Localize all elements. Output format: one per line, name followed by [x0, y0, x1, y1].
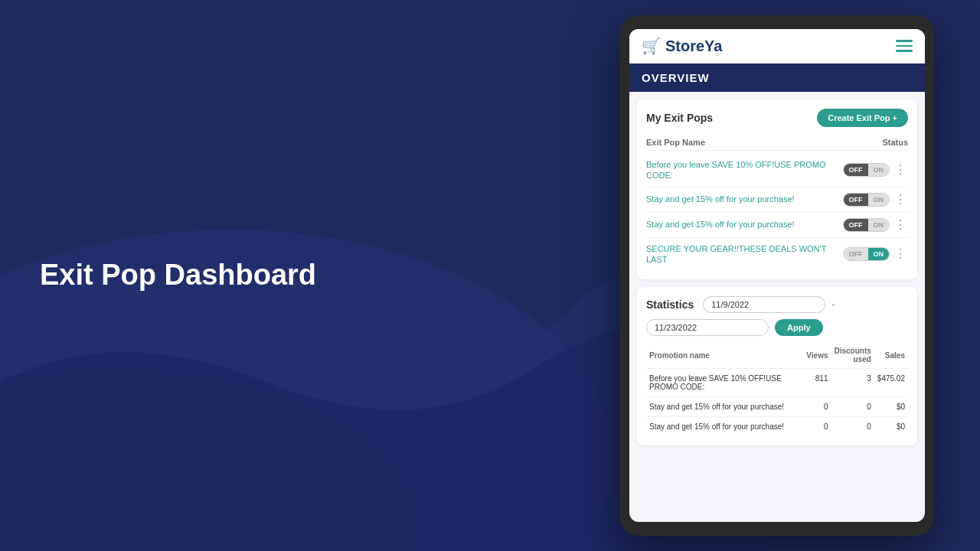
statistics-title: Statistics — [646, 298, 694, 311]
statistics-header: Statistics - Apply — [646, 296, 908, 336]
toggle-group: OFF ON ⋮ — [843, 193, 909, 207]
create-exit-pop-button[interactable]: Create Exit Pop + — [817, 109, 908, 127]
toggle-off-label: OFF — [844, 164, 868, 176]
app-screen: 🛒 StoreYa OVERVIEW My Exit Pops Create E… — [629, 29, 925, 522]
status-toggle[interactable]: OFF ON — [843, 247, 890, 261]
toggle-on-label: ON — [868, 219, 890, 231]
toggle-group: OFF ON ⋮ — [843, 247, 909, 261]
stat-views: 0 — [803, 397, 831, 417]
page-title: Exit Pop Dashboard — [40, 258, 316, 293]
hamburger-menu-button[interactable] — [896, 40, 913, 52]
stat-sales: $0 — [874, 417, 908, 437]
date-to-input[interactable] — [646, 319, 769, 336]
exit-pop-row: Stay and get 15% off for your purchase! … — [646, 213, 908, 238]
toggle-off-label: OFF — [844, 194, 868, 206]
stat-views: 0 — [803, 417, 831, 437]
toggle-off-label: OFF — [844, 248, 868, 260]
stats-row: Before you leave SAVE 10% OFF!USE PROMO … — [646, 369, 908, 397]
hamburger-line-3 — [896, 50, 913, 52]
logo-text: StoreYa — [665, 37, 722, 55]
status-toggle[interactable]: OFF ON — [843, 218, 890, 232]
exit-pop-row: SECURE YOUR GEAR!!THESE DEALS WON'T LAST… — [646, 238, 908, 271]
logo-area: 🛒 StoreYa — [642, 37, 722, 55]
status-toggle[interactable]: OFF ON — [843, 193, 890, 207]
toggle-off-label: OFF — [844, 219, 868, 231]
exit-pops-header: My Exit Pops Create Exit Pop + — [646, 109, 908, 127]
stat-sales: $475.02 — [874, 369, 908, 397]
stat-sales: $0 — [874, 397, 908, 417]
exit-pop-name[interactable]: SECURE YOUR GEAR!!THESE DEALS WON'T LAST — [646, 243, 843, 266]
col-views: Views — [803, 344, 831, 369]
stat-name: Stay and get 15% off for your purchase! — [646, 417, 803, 437]
stat-discounts: 3 — [831, 369, 874, 397]
statistics-card: Statistics - Apply Promotion name Views … — [637, 287, 917, 445]
stat-name: Before you leave SAVE 10% OFF!USE PROMO … — [646, 369, 803, 397]
toggle-group: OFF ON ⋮ — [843, 218, 909, 232]
exit-pop-name[interactable]: Stay and get 15% off for your purchase! — [646, 194, 843, 204]
more-options-icon[interactable]: ⋮ — [893, 219, 908, 231]
left-panel: Exit Pop Dashboard — [40, 258, 316, 293]
toggle-on-label: ON — [868, 164, 890, 176]
exit-pops-table-header: Exit Pop Name Status — [646, 135, 908, 151]
status-toggle[interactable]: OFF ON — [843, 163, 890, 177]
apply-button[interactable]: Apply — [775, 319, 823, 336]
exit-pop-name[interactable]: Stay and get 15% off for your purchase! — [646, 219, 843, 230]
hamburger-line-2 — [896, 45, 913, 47]
stat-name: Stay and get 15% off for your purchase! — [646, 397, 803, 417]
stat-discounts: 0 — [831, 417, 874, 437]
more-options-icon[interactable]: ⋮ — [893, 248, 908, 260]
main-content: My Exit Pops Create Exit Pop + Exit Pop … — [629, 92, 925, 522]
toggle-group: OFF ON ⋮ — [843, 163, 909, 177]
stats-row: Stay and get 15% off for your purchase! … — [646, 417, 908, 437]
stat-discounts: 0 — [831, 397, 874, 417]
col-discounts-used: Discountsused — [831, 344, 874, 369]
stats-row: Stay and get 15% off for your purchase! … — [646, 397, 908, 417]
exit-pops-card: My Exit Pops Create Exit Pop + Exit Pop … — [637, 99, 917, 279]
more-options-icon[interactable]: ⋮ — [893, 194, 908, 206]
device-frame: 🛒 StoreYa OVERVIEW My Exit Pops Create E… — [620, 15, 934, 536]
exit-pop-row: Before you leave SAVE 10% OFF!USE PROMO … — [646, 154, 908, 187]
col-exit-pop-name: Exit Pop Name — [646, 138, 705, 147]
app-header: 🛒 StoreYa — [629, 29, 925, 64]
col-promotion-name: Promotion name — [646, 344, 803, 369]
date-separator: - — [831, 299, 835, 310]
date-from-input[interactable] — [703, 296, 825, 313]
col-status: Status — [882, 138, 908, 147]
exit-pop-row: Stay and get 15% off for your purchase! … — [646, 187, 908, 213]
stat-views: 811 — [803, 369, 831, 397]
statistics-table: Promotion name Views Discountsused Sales… — [646, 344, 908, 436]
more-options-icon[interactable]: ⋮ — [893, 164, 908, 176]
toggle-on-label: ON — [868, 248, 890, 260]
cart-icon: 🛒 — [642, 37, 661, 55]
overview-bar: OVERVIEW — [629, 64, 925, 92]
hamburger-line-1 — [896, 40, 913, 42]
exit-pop-name[interactable]: Before you leave SAVE 10% OFF!USE PROMO … — [646, 159, 843, 181]
col-sales: Sales — [874, 344, 908, 369]
toggle-on-label: ON — [868, 194, 890, 206]
stats-table-header-row: Promotion name Views Discountsused Sales — [646, 344, 908, 369]
exit-pops-title: My Exit Pops — [646, 112, 713, 124]
overview-label: OVERVIEW — [642, 71, 913, 84]
